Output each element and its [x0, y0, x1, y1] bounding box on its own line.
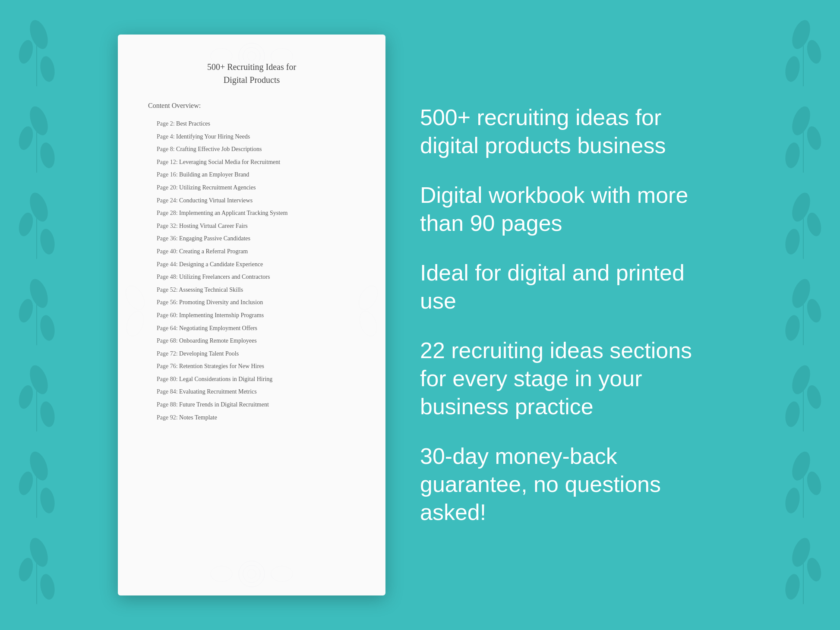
toc-title: Implementing an Applicant Tracking Syste…: [179, 210, 287, 216]
main-container: 500+ Recruiting Ideas for Digital Produc…: [0, 0, 840, 630]
toc-page-num: Page 32:: [157, 223, 178, 229]
toc-page-num: Page 4:: [157, 133, 175, 140]
toc-page-num: Page 84:: [157, 388, 178, 395]
toc-page-num: Page 48:: [157, 274, 178, 280]
toc-page-num: Page 12:: [157, 159, 178, 165]
toc-page-num: Page 8:: [157, 146, 175, 152]
toc-item: Page 8: Crafting Effective Job Descripti…: [148, 143, 355, 156]
toc-page-num: Page 88:: [157, 401, 178, 408]
toc-title: Onboarding Remote Employees: [179, 337, 257, 344]
toc-title: Negotiating Employment Offers: [179, 325, 257, 331]
toc-title: Legal Considerations in Digital Hiring: [179, 376, 272, 382]
toc-page-num: Page 28:: [157, 210, 178, 216]
toc-title: Leveraging Social Media for Recruitment: [179, 159, 280, 165]
toc-title: Crafting Effective Job Descriptions: [176, 146, 262, 152]
toc-title: Creating a Referral Program: [179, 248, 248, 255]
watermark-right: [355, 272, 381, 358]
toc-title: Implementing Internship Programs: [179, 312, 264, 318]
toc-item: Page 2: Best Practices: [148, 117, 355, 130]
toc-title: Utilizing Freelancers and Contractors: [179, 274, 270, 280]
toc-item: Page 32: Hosting Virtual Career Fairs: [148, 220, 355, 233]
toc-item: Page 88: Future Trends in Digital Recrui…: [148, 398, 355, 411]
info-text-item: 22 recruiting ideas sections for every s…: [420, 337, 722, 421]
info-text-item: Ideal for digital and printed use: [420, 259, 722, 315]
svg-point-66: [122, 283, 148, 313]
toc-item: Page 16: Building an Employer Brand: [148, 168, 355, 181]
document-page: 500+ Recruiting Ideas for Digital Produc…: [118, 35, 385, 595]
svg-point-59: [211, 48, 232, 64]
toc-item: Page 72: Developing Talent Pools: [148, 347, 355, 360]
svg-point-69: [357, 309, 380, 339]
toc-page-num: Page 44:: [157, 261, 178, 268]
info-text-item: 30-day money-back guarantee, no question…: [420, 442, 722, 526]
svg-point-58: [247, 52, 256, 60]
toc-item: Page 24: Conducting Virtual Interviews: [148, 194, 355, 207]
toc-list: Page 2: Best PracticesPage 4: Identifyin…: [148, 117, 355, 424]
toc-page-num: Page 64:: [157, 325, 178, 331]
svg-point-57: [243, 47, 260, 65]
toc-item: Page 48: Utilizing Freelancers and Contr…: [148, 271, 355, 284]
svg-point-63: [247, 570, 256, 578]
toc-title: Notes Template: [179, 414, 217, 421]
toc-title: Promoting Diversity and Inclusion: [179, 299, 263, 306]
toc-title: Conducting Virtual Interviews: [179, 197, 253, 204]
toc-page-num: Page 52:: [157, 287, 178, 293]
toc-page-num: Page 80:: [157, 376, 178, 382]
toc-item: Page 40: Creating a Referral Program: [148, 245, 355, 258]
svg-point-68: [355, 283, 381, 313]
svg-point-61: [239, 561, 265, 587]
toc-page-num: Page 40:: [157, 248, 178, 255]
watermark-left: [122, 272, 148, 358]
document-wrapper: 500+ Recruiting Ideas for Digital Produc…: [118, 35, 385, 595]
toc-item: Page 80: Legal Considerations in Digital…: [148, 373, 355, 386]
toc-title: Engaging Passive Candidates: [179, 235, 250, 242]
svg-point-62: [243, 565, 260, 583]
toc-page-num: Page 60:: [157, 312, 178, 318]
svg-point-67: [123, 309, 147, 339]
svg-point-60: [271, 48, 293, 64]
svg-point-65: [271, 566, 293, 582]
toc-title: Hosting Virtual Career Fairs: [179, 223, 248, 229]
toc-page-num: Page 16:: [157, 171, 178, 178]
toc-title: Utilizing Recruitment Agencies: [179, 184, 256, 191]
toc-page-num: Page 72:: [157, 350, 178, 357]
toc-title: Building an Employer Brand: [179, 171, 249, 178]
svg-point-56: [239, 43, 265, 69]
toc-item: Page 76: Retention Strategies for New Hi…: [148, 360, 355, 373]
toc-item: Page 4: Identifying Your Hiring Needs: [148, 130, 355, 143]
toc-page-num: Page 92:: [157, 414, 178, 421]
content-overview-label: Content Overview:: [148, 102, 355, 110]
toc-item: Page 84: Evaluating Recruitment Metrics: [148, 385, 355, 398]
watermark-top: [187, 39, 316, 73]
toc-item: Page 92: Notes Template: [148, 411, 355, 424]
toc-item: Page 20: Utilizing Recruitment Agencies: [148, 181, 355, 194]
toc-item: Page 56: Promoting Diversity and Inclusi…: [148, 296, 355, 309]
toc-item: Page 12: Leveraging Social Media for Rec…: [148, 156, 355, 169]
toc-title: Best Practices: [176, 120, 210, 127]
toc-item: Page 60: Implementing Internship Program…: [148, 309, 355, 322]
info-panel: 500+ recruiting ideas for digital produc…: [420, 104, 722, 526]
toc-title: Evaluating Recruitment Metrics: [179, 388, 257, 395]
toc-item: Page 64: Negotiating Employment Offers: [148, 322, 355, 335]
toc-title: Identifying Your Hiring Needs: [176, 133, 250, 140]
toc-item: Page 44: Designing a Candidate Experienc…: [148, 258, 355, 271]
toc-page-num: Page 2:: [157, 120, 175, 127]
info-text-item: Digital workbook with more than 90 pages: [420, 181, 722, 237]
toc-title: Future Trends in Digital Recruitment: [179, 401, 269, 408]
toc-item: Page 28: Implementing an Applicant Track…: [148, 207, 355, 220]
toc-page-num: Page 68:: [157, 337, 178, 344]
toc-title: Developing Talent Pools: [179, 350, 239, 357]
toc-item: Page 36: Engaging Passive Candidates: [148, 232, 355, 245]
toc-title: Assessing Technical Skills: [179, 287, 243, 293]
toc-title: Designing a Candidate Experience: [179, 261, 263, 268]
watermark-bottom: [187, 557, 316, 591]
toc-page-num: Page 20:: [157, 184, 178, 191]
toc-page-num: Page 56:: [157, 299, 178, 306]
svg-point-64: [211, 566, 232, 582]
toc-item: Page 68: Onboarding Remote Employees: [148, 334, 355, 347]
toc-page-num: Page 36:: [157, 235, 178, 242]
toc-page-num: Page 76:: [157, 363, 178, 369]
toc-page-num: Page 24:: [157, 197, 178, 204]
toc-title: Retention Strategies for New Hires: [179, 363, 264, 369]
toc-item: Page 52: Assessing Technical Skills: [148, 284, 355, 296]
